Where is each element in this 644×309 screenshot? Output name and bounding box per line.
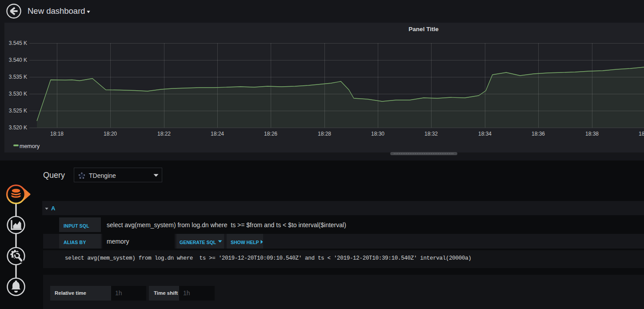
- svg-text:18:34: 18:34: [478, 131, 492, 137]
- svg-text:18:38: 18:38: [585, 131, 599, 137]
- svg-text:18:24: 18:24: [211, 131, 224, 137]
- svg-text:18:18: 18:18: [50, 131, 64, 137]
- svg-text:18:28: 18:28: [318, 131, 331, 137]
- svg-text:3.520 K: 3.520 K: [9, 124, 27, 131]
- svg-text:18:22: 18:22: [157, 131, 171, 137]
- svg-text:3.525 K: 3.525 K: [9, 108, 27, 114]
- svg-text:18:20: 18:20: [104, 131, 117, 137]
- svg-text:memory: memory: [20, 143, 40, 149]
- svg-text:3.535 K: 3.535 K: [9, 74, 27, 80]
- svg-text:18:32: 18:32: [424, 131, 438, 137]
- svg-text:18:26: 18:26: [264, 131, 277, 137]
- svg-text:18:40: 18:40: [639, 131, 644, 137]
- svg-text:3.545 K: 3.545 K: [9, 40, 27, 46]
- svg-text:18:30: 18:30: [371, 131, 384, 137]
- svg-text:3.540 K: 3.540 K: [9, 57, 27, 63]
- svg-text:18:36: 18:36: [532, 131, 545, 137]
- svg-text:3.530 K: 3.530 K: [9, 91, 27, 97]
